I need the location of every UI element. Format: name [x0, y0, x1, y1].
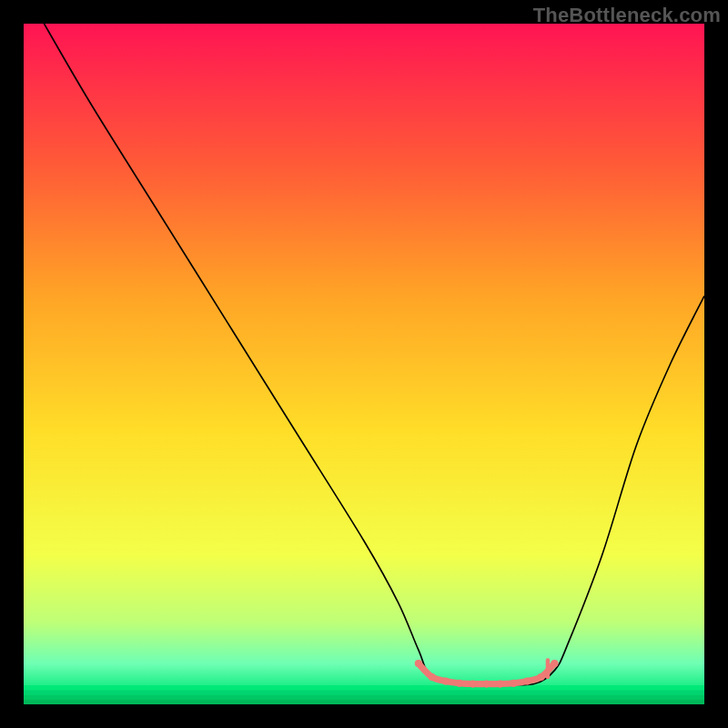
svg-point-7	[456, 680, 463, 687]
svg-rect-3	[24, 700, 704, 704]
svg-point-12	[523, 677, 531, 684]
svg-point-10	[496, 680, 503, 687]
svg-rect-2	[24, 695, 704, 700]
svg-point-14	[551, 660, 558, 667]
svg-point-4	[415, 660, 422, 667]
watermark-text: TheBottleneck.com	[533, 4, 721, 27]
chart-svg	[24, 24, 704, 704]
svg-point-5	[429, 673, 436, 681]
svg-point-13	[537, 673, 544, 681]
svg-point-11	[510, 680, 517, 687]
svg-rect-0	[24, 685, 704, 690]
svg-rect-1	[24, 690, 704, 694]
svg-point-8	[470, 680, 477, 687]
chart-stage: TheBottleneck.com	[0, 0, 728, 728]
plot-area	[24, 24, 704, 704]
bottom-stripes	[24, 685, 704, 704]
svg-point-6	[442, 677, 450, 684]
gradient-background	[24, 24, 704, 704]
svg-point-9	[483, 680, 490, 687]
